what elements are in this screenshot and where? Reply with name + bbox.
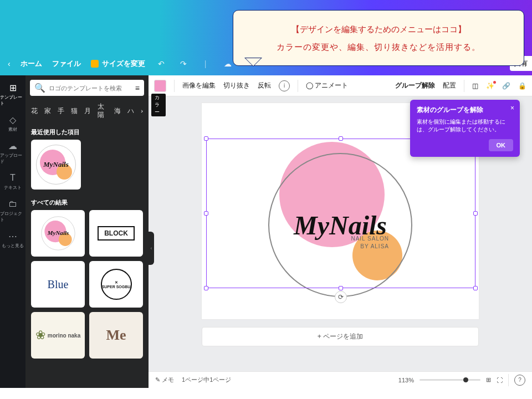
- popover-title: 素材のグループを解除: [417, 105, 513, 115]
- tag[interactable]: 太陽: [98, 103, 108, 119]
- position-button[interactable]: 配置: [443, 81, 456, 90]
- more-icon: ⋯: [7, 231, 18, 242]
- chevron-right-icon[interactable]: ›: [141, 108, 143, 114]
- recent-thumb[interactable]: MyNails: [31, 140, 81, 190]
- templates-panel: 🔍 ≡ 花 家 手 猫 月 太陽 海 ハ › 最近使用した項目 MyNails …: [25, 75, 149, 388]
- tag-row: 花 家 手 猫 月 太陽 海 ハ ›: [25, 100, 149, 125]
- close-icon[interactable]: ×: [510, 104, 514, 112]
- instruction-callout: 【デザインを編集するためのメニューはココ】 カラーの変更や、編集、切り抜きなどを…: [233, 10, 524, 66]
- crop-button[interactable]: 切り抜き: [223, 81, 250, 90]
- collapse-panel-icon[interactable]: ‹: [149, 232, 154, 265]
- recent-section-title: 最近使用した項目: [25, 125, 149, 140]
- selection-box[interactable]: ⟳: [206, 139, 475, 288]
- crown-icon: [91, 60, 99, 68]
- template-thumb[interactable]: Me: [89, 312, 143, 359]
- effects-icon[interactable]: ✨: [486, 82, 494, 90]
- search-icon: 🔍: [34, 83, 45, 93]
- edit-image-button[interactable]: 画像を編集: [182, 81, 216, 90]
- tag[interactable]: 月: [84, 107, 91, 115]
- zoom-slider[interactable]: [420, 379, 480, 381]
- template-thumb[interactable]: MyNails: [31, 210, 85, 257]
- template-thumb[interactable]: BLOCK: [89, 210, 143, 257]
- template-thumb[interactable]: ✕SUPER SOGBU: [89, 261, 143, 308]
- templates-icon: ⊞: [7, 82, 18, 93]
- rail-upload[interactable]: ☁アップロード: [0, 140, 25, 165]
- all-section-title: すべての結果: [25, 195, 149, 210]
- filter-icon[interactable]: ≡: [135, 84, 140, 93]
- handle[interactable]: [204, 211, 208, 216]
- tag[interactable]: ハ: [127, 107, 134, 115]
- template-grid: MyNails BLOCK Blue ✕SUPER SOGBU ❀morino …: [25, 210, 149, 370]
- flip-button[interactable]: 反転: [258, 81, 271, 90]
- canvas-area: カラー 画像を編集 切り抜き 反転 i ◯ アニメート グループ解除 配置 ◫ …: [149, 75, 532, 388]
- tag[interactable]: 猫: [71, 107, 78, 115]
- search-input[interactable]: [49, 85, 132, 91]
- handle[interactable]: [339, 136, 343, 141]
- ok-button[interactable]: OK: [489, 139, 514, 151]
- template-thumb[interactable]: ❀morino naka: [31, 312, 85, 359]
- undo-icon[interactable]: ↶: [155, 58, 167, 70]
- folder-icon: 🗀: [7, 198, 18, 209]
- rotate-icon[interactable]: ⟳: [335, 291, 347, 303]
- handle[interactable]: [204, 136, 208, 141]
- left-rail: ⊞テンプレート ◇素材 ☁アップロード Tテキスト 🗀プロジェクト ⋯もっと見る: [0, 75, 25, 388]
- file-button[interactable]: ファイル: [52, 59, 81, 69]
- tag[interactable]: 花: [31, 107, 38, 115]
- tag[interactable]: 家: [44, 107, 51, 115]
- redo-icon[interactable]: ↷: [177, 58, 190, 70]
- transparency-icon[interactable]: ◫: [472, 82, 478, 90]
- text-icon: T: [7, 172, 18, 183]
- tag[interactable]: 海: [114, 107, 121, 115]
- popover-body: 素材を個別に編集または移動するには、グループ解除してください。: [417, 118, 513, 134]
- ungroup-popover: × 素材のグループを解除 素材を個別に編集または移動するには、グループ解除してく…: [410, 100, 520, 157]
- handle[interactable]: [339, 286, 343, 290]
- rail-text[interactable]: Tテキスト: [4, 172, 22, 191]
- handle[interactable]: [204, 286, 208, 290]
- home-button[interactable]: ホーム: [21, 59, 42, 69]
- help-icon[interactable]: ?: [514, 375, 525, 386]
- info-icon[interactable]: i: [279, 80, 290, 91]
- page-indicator: 1ページ中1ページ: [182, 376, 231, 384]
- bottom-bar: ✎ メモ 1ページ中1ページ 113% ⊞ ⛶ ?: [149, 371, 532, 388]
- back-chevron-icon[interactable]: ‹: [8, 59, 11, 68]
- ungroup-button[interactable]: グループ解除: [395, 81, 435, 90]
- zoom-value[interactable]: 113%: [398, 377, 414, 383]
- add-page-button[interactable]: + ページを追加: [202, 327, 479, 346]
- upload-icon: ☁: [7, 140, 18, 151]
- handle[interactable]: [473, 211, 478, 216]
- color-swatch[interactable]: カラー: [154, 80, 166, 92]
- cloud-sync-icon: ☁: [222, 58, 234, 70]
- link-icon[interactable]: 🔗: [502, 82, 510, 90]
- elements-icon: ◇: [7, 114, 18, 125]
- context-toolbar: カラー 画像を編集 切り抜き 反転 i ◯ アニメート グループ解除 配置 ◫ …: [149, 75, 532, 96]
- memo-button[interactable]: ✎ メモ: [155, 376, 174, 384]
- animate-button[interactable]: ◯ アニメート: [306, 81, 348, 90]
- rail-projects[interactable]: 🗀プロジェクト: [0, 198, 25, 223]
- rail-elements[interactable]: ◇素材: [7, 114, 18, 132]
- rail-templates[interactable]: ⊞テンプレート: [0, 82, 25, 106]
- search-input-wrap[interactable]: 🔍 ≡: [30, 80, 144, 96]
- template-thumb[interactable]: Blue: [31, 261, 85, 308]
- resize-button[interactable]: サイズを変更: [91, 59, 145, 69]
- tag[interactable]: 手: [58, 107, 64, 115]
- lock-icon[interactable]: 🔒: [518, 82, 526, 90]
- fullscreen-icon[interactable]: ⛶: [497, 377, 503, 383]
- grid-view-icon[interactable]: ⊞: [486, 376, 491, 383]
- handle[interactable]: [473, 286, 478, 290]
- rail-more[interactable]: ⋯もっと見る: [2, 231, 24, 249]
